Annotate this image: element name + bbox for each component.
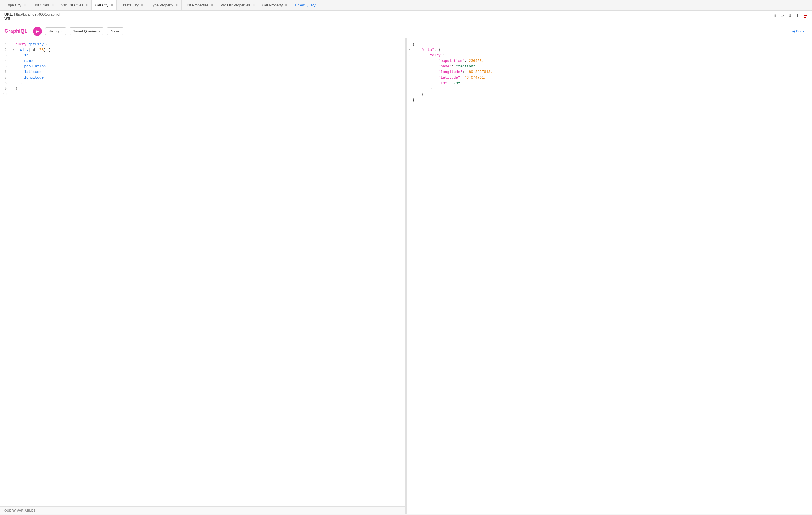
- docs-button[interactable]: ◀ Docs: [789, 28, 808, 35]
- tab-var-list-cities[interactable]: Var List Cities✕: [57, 0, 91, 10]
- tab-get-city[interactable]: Get City✕: [91, 0, 117, 10]
- code-line-3: 3 id: [0, 53, 405, 58]
- code-line-2: 2▾ city(id: 78) {: [0, 47, 405, 53]
- tab-type-city[interactable]: Type City✕: [2, 0, 29, 10]
- result-line-9: }: [407, 91, 812, 97]
- tab-close-get-property[interactable]: ✕: [285, 4, 287, 7]
- result-content-10: }: [413, 97, 812, 103]
- result-line-8: }: [407, 86, 812, 91]
- line-number-4: 4: [0, 58, 11, 64]
- main-area: 1query getCity {2▾ city(id: 78) {3 id4 n…: [0, 38, 812, 514]
- line-content-4: name: [16, 58, 405, 64]
- query-variables-bar[interactable]: QUERY VARIABLES: [0, 507, 405, 514]
- ws-label: WS:: [4, 17, 11, 21]
- tab-get-property[interactable]: Get Property✕: [258, 0, 291, 10]
- tab-close-var-list-properties[interactable]: ✕: [252, 4, 255, 7]
- saved-queries-arrow-icon: ▼: [97, 30, 100, 33]
- result-line-5: "longitude": -89.3837613,: [407, 70, 812, 75]
- result-gutter-1[interactable]: ▾: [407, 47, 413, 53]
- upload-icon[interactable]: ⬆: [795, 13, 799, 19]
- line-content-2: city(id: 78) {: [16, 47, 405, 53]
- url-label: URL:: [4, 12, 13, 17]
- result-line-1: ▾ "data": {: [407, 47, 812, 53]
- share-icon[interactable]: ⬆: [773, 13, 777, 19]
- tab-label-get-property: Get Property: [262, 3, 283, 7]
- result-content-8: }: [413, 86, 812, 91]
- result-content-1: "data": {: [413, 47, 812, 53]
- line-number-9: 9: [0, 86, 11, 91]
- new-tab-button[interactable]: + New Query: [291, 3, 319, 7]
- trash-icon[interactable]: 🗑: [803, 13, 808, 19]
- line-number-7: 7: [0, 75, 11, 80]
- line-number-1: 1: [0, 42, 11, 47]
- tab-type-property[interactable]: Type Property✕: [147, 0, 182, 10]
- code-line-1: 1query getCity {: [0, 42, 405, 47]
- result-content-5: "longitude": -89.3837613,: [413, 70, 812, 75]
- run-button[interactable]: ▶: [33, 27, 42, 36]
- tab-bar: Type City✕List Cities✕Var List Cities✕Ge…: [0, 0, 812, 10]
- tab-close-list-properties[interactable]: ✕: [211, 4, 213, 7]
- result-gutter-2[interactable]: ▾: [407, 53, 413, 58]
- line-content-3: id: [16, 53, 405, 58]
- tab-label-create-city: Create City: [121, 3, 139, 7]
- result-line-4: "name": "Madison",: [407, 64, 812, 70]
- line-content-8: }: [16, 80, 405, 86]
- saved-queries-label: Saved Queries: [72, 29, 96, 33]
- line-content-5: population: [16, 64, 405, 70]
- line-number-2: 2: [0, 47, 11, 53]
- url-value: http://localhost:4000/graphiql: [14, 12, 60, 17]
- line-content-6: latitude: [16, 70, 405, 75]
- tab-close-var-list-cities[interactable]: ✕: [85, 4, 88, 7]
- history-arrow-icon: ▼: [60, 30, 63, 33]
- ws-line: WS:: [4, 17, 11, 21]
- tab-label-type-city: Type City: [6, 3, 21, 7]
- history-label: History: [48, 29, 59, 33]
- query-editor[interactable]: 1query getCity {2▾ city(id: 78) {3 id4 n…: [0, 38, 405, 507]
- graphiql-header: GraphiQL ▶ History ▼ Saved Queries ▼ Sav…: [0, 24, 812, 38]
- result-line-10: }: [407, 97, 812, 103]
- result-line-0: {: [407, 42, 812, 47]
- save-button[interactable]: Save: [107, 27, 123, 35]
- line-number-8: 8: [0, 80, 11, 86]
- result-editor: {▾ "data": {▾ "city": { "population": 23…: [407, 38, 812, 514]
- code-line-10: 10: [0, 91, 405, 97]
- expand-icon[interactable]: ⤢: [781, 13, 784, 19]
- result-content-6: "latitude": 43.074761,: [413, 75, 812, 80]
- tab-label-var-list-properties: Var List Properties: [221, 3, 250, 7]
- app-title: GraphiQL: [4, 28, 27, 34]
- code-line-7: 7 longitude: [0, 75, 405, 80]
- history-button[interactable]: History ▼: [45, 27, 66, 35]
- code-line-4: 4 name: [0, 58, 405, 64]
- line-number-3: 3: [0, 53, 11, 58]
- result-line-3: "population": 236923,: [407, 58, 812, 64]
- code-line-6: 6 latitude: [0, 70, 405, 75]
- query-pane: 1query getCity {2▾ city(id: 78) {3 id4 n…: [0, 38, 405, 514]
- tab-var-list-properties[interactable]: Var List Properties✕: [217, 0, 258, 10]
- result-line-2: ▾ "city": {: [407, 53, 812, 58]
- line-number-5: 5: [0, 64, 11, 70]
- tab-list-properties[interactable]: List Properties✕: [182, 0, 217, 10]
- tab-close-list-cities[interactable]: ✕: [51, 4, 54, 7]
- saved-queries-button[interactable]: Saved Queries ▼: [69, 27, 104, 35]
- code-line-5: 5 population: [0, 64, 405, 70]
- result-line-7: "id": "78": [407, 80, 812, 86]
- line-number-10: 10: [0, 91, 11, 97]
- line-content-9: }: [16, 86, 405, 91]
- tab-close-type-city[interactable]: ✕: [23, 4, 26, 7]
- result-content-9: }: [413, 91, 812, 97]
- tab-label-get-city: Get City: [95, 3, 109, 7]
- result-content-0: {: [413, 42, 812, 47]
- download-icon[interactable]: ⬇: [788, 13, 792, 19]
- tab-list-cities[interactable]: List Cities✕: [29, 0, 57, 10]
- tab-create-city[interactable]: Create City✕: [117, 0, 147, 10]
- tab-close-create-city[interactable]: ✕: [141, 4, 143, 7]
- url-line: URL: http://localhost:4000/graphiql: [4, 12, 60, 17]
- tab-close-get-city[interactable]: ✕: [111, 4, 113, 7]
- line-gutter-2[interactable]: ▾: [11, 47, 16, 53]
- tab-close-type-property[interactable]: ✕: [176, 4, 178, 7]
- url-bar: URL: http://localhost:4000/graphiql WS: …: [0, 10, 812, 24]
- tab-label-type-property: Type Property: [151, 3, 173, 7]
- result-content-2: "city": {: [413, 53, 812, 58]
- line-content-7: longitude: [16, 75, 405, 80]
- result-line-6: "latitude": 43.074761,: [407, 75, 812, 80]
